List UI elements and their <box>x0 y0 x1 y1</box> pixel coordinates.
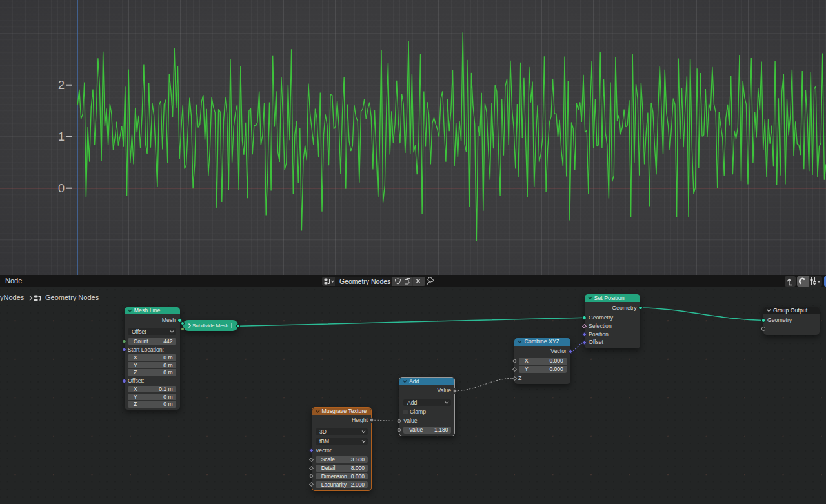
svg-text:1: 1 <box>58 130 65 143</box>
svg-text:0: 0 <box>58 182 65 195</box>
svg-text:2: 2 <box>58 79 65 92</box>
